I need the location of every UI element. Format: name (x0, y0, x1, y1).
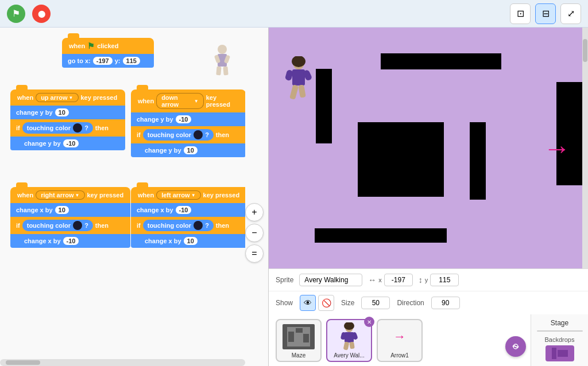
svg-rect-28 (558, 350, 568, 357)
add-sprite-button[interactable] (505, 336, 526, 357)
change-y-up-inner[interactable]: change y by 10 (131, 143, 245, 157)
change-y-up-val[interactable]: 10 (55, 108, 69, 116)
hat-down-arrow[interactable]: when down arrow key pressed (131, 89, 245, 112)
arrow-sprite-stage: → (543, 133, 571, 164)
avery-thumb (332, 322, 366, 351)
touching-color-left[interactable]: touching color ? (143, 220, 214, 231)
stage-scrollbar[interactable] (582, 28, 588, 268)
block-group-flag: when ⚑ clicked go to x: -197 y: 115 (62, 38, 154, 68)
change-y-down-inner-val[interactable]: -10 (63, 139, 79, 147)
fullscreen-button[interactable]: ⤢ (560, 3, 581, 24)
touching-color-down[interactable]: touching color ? (143, 129, 214, 141)
if-touching-left[interactable]: if touching color ? then (131, 217, 245, 234)
svg-point-0 (218, 45, 227, 54)
code-scrollbar[interactable] (0, 359, 245, 366)
change-x-left-val[interactable]: -10 (176, 206, 192, 214)
maze-rect-4 (470, 122, 486, 200)
show-visible-button[interactable]: 👁 (300, 295, 316, 311)
sprite-item-maze[interactable]: Maze (276, 319, 322, 362)
down-arrow-dropdown[interactable]: down arrow (156, 93, 204, 109)
block-group-down: when down arrow key pressed change y by … (131, 89, 245, 157)
avery-delete-button[interactable]: ✕ (364, 317, 374, 327)
stage-preview[interactable] (537, 330, 583, 332)
arrow-name: Arrow1 (380, 352, 419, 359)
hat-up-arrow[interactable]: when up arrow key pressed (10, 89, 125, 106)
maze-thumb (281, 322, 316, 351)
y-coord-input[interactable] (430, 274, 459, 286)
maze-rect-3 (358, 122, 444, 197)
hat-right-arrow[interactable]: when right arrow key pressed (10, 187, 130, 203)
y-icon: ↕ (419, 275, 423, 285)
maze-rect-1 (381, 53, 501, 69)
direction-input[interactable] (431, 297, 460, 309)
direction-label: Direction (397, 299, 424, 307)
change-y-down[interactable]: change y by -10 (131, 112, 245, 126)
x-coord-input[interactable] (384, 274, 413, 286)
hat-block-flag[interactable]: when ⚑ clicked (62, 38, 154, 54)
block-group-left: when left arrow key pressed change x by … (131, 187, 245, 248)
change-x-left-inner-val[interactable]: 10 (184, 237, 198, 245)
x-value-input[interactable]: -197 (93, 57, 113, 65)
zoom-reset-button[interactable]: = (245, 244, 264, 263)
touching-color-right[interactable]: touching color ? (22, 220, 93, 231)
hat-left-arrow[interactable]: when left arrow key pressed (131, 187, 245, 203)
green-flag-button[interactable]: ⚑ (7, 5, 25, 23)
change-x-right-inner-val[interactable]: -10 (63, 237, 79, 245)
y-coord-group: ↕ y (419, 274, 459, 286)
svg-rect-16 (303, 334, 309, 342)
svg-rect-14 (288, 332, 294, 342)
avery-icon (333, 324, 365, 349)
code-scrollbar-thumb[interactable] (6, 360, 40, 365)
maze-name: Maze (279, 352, 318, 359)
size-label: Size (341, 299, 354, 307)
show-buttons: 👁 🚫 (300, 295, 334, 311)
top-bar-left: ⚑ ⬤ (7, 5, 51, 23)
right-arrow-dropdown[interactable]: right arrow (36, 190, 84, 200)
stage-scrollbar-thumb[interactable] (583, 39, 587, 62)
svg-rect-23 (349, 342, 355, 349)
touching-color-up[interactable]: touching color ? (22, 122, 93, 134)
sprite-name-input[interactable] (299, 274, 362, 286)
change-y-down-inner[interactable]: change y by -10 (10, 137, 125, 150)
change-x-left-inner[interactable]: change x by 10 (131, 234, 245, 248)
sprite-item-avery[interactable]: ✕ (326, 319, 372, 362)
svg-rect-2 (216, 67, 221, 76)
sprite-props: Show 👁 🚫 Size Direction (269, 291, 588, 314)
change-y-down-val[interactable]: -10 (176, 115, 192, 123)
zoom-out-button[interactable]: − (245, 224, 264, 242)
avery-name: Avery Wal... (330, 352, 369, 359)
zoom-in-button[interactable]: + (245, 203, 264, 221)
backdrop-thumb[interactable] (546, 345, 574, 361)
stage-canvas: → (269, 28, 588, 268)
avery-character (283, 56, 315, 102)
stop-button[interactable]: ⬤ (32, 5, 51, 23)
if-touching-down[interactable]: if touching color ? then (131, 126, 245, 143)
change-x-right-val[interactable]: 10 (55, 206, 69, 214)
sprite-icon-code (211, 44, 234, 80)
stage-label: Stage (551, 319, 568, 327)
size-input[interactable] (361, 297, 390, 309)
y-value-input[interactable]: 115 (123, 57, 140, 65)
x-coord-group: ↔ x (368, 274, 413, 286)
sprite-list: Maze ✕ (269, 314, 505, 366)
change-y-up[interactable]: change y by 10 (10, 106, 125, 119)
if-touching-right[interactable]: if touching color ? then (10, 217, 130, 234)
goto-block[interactable]: go to x: -197 y: 115 (62, 54, 154, 68)
if-touching-up[interactable]: if touching color ? then (10, 119, 125, 137)
split-view-button[interactable]: ⊟ (535, 3, 556, 24)
up-arrow-dropdown[interactable]: up arrow (36, 93, 78, 102)
change-x-left[interactable]: change x by -10 (131, 203, 245, 217)
backdrops-label: Backdrops (545, 336, 575, 343)
stage-side-panel: Stage Backdrops (531, 314, 588, 366)
show-hidden-button[interactable]: 🚫 (318, 295, 334, 311)
top-bar: ⚑ ⬤ ⊡ ⊟ ⤢ (0, 0, 588, 28)
sprite-list-area: Maze ✕ (269, 314, 588, 366)
layout-button[interactable]: ⊡ (510, 3, 531, 24)
change-x-right-inner[interactable]: change x by -10 (10, 234, 130, 248)
sprite-label: Sprite (276, 276, 293, 284)
svg-rect-12 (298, 84, 306, 98)
left-arrow-dropdown[interactable]: left arrow (156, 190, 200, 200)
change-x-right[interactable]: change x by 10 (10, 203, 130, 217)
change-y-up-inner-val[interactable]: 10 (184, 146, 198, 154)
sprite-item-arrow[interactable]: → Arrow1 (377, 319, 423, 362)
